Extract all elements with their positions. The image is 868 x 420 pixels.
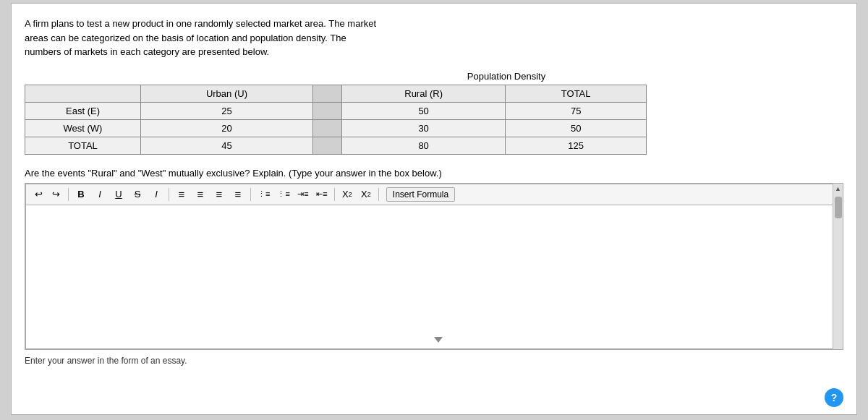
table-title: Population Density	[169, 71, 843, 82]
redo-button[interactable]: ↪	[48, 187, 64, 202]
cell-rural-2: 80	[341, 137, 505, 154]
essay-hint: Enter your answer in the form of an essa…	[25, 356, 843, 366]
editor-toolbar: ↩ ↪ B I U S I ≡ ≡ ≡ ≡ ⋮≡ ⋮≡ ⇥≡ ⇤≡ X2 X2 …	[25, 184, 843, 205]
row-label-1: West (W)	[25, 119, 141, 137]
divider-2	[169, 188, 169, 201]
header-total: TOTAL	[506, 85, 647, 102]
bold-button[interactable]: B	[73, 187, 89, 202]
cell-total-1: 50	[506, 119, 647, 137]
answer-editor[interactable]	[25, 205, 843, 349]
cell-rural-1: 30	[341, 119, 505, 137]
editor-cursor	[434, 337, 443, 343]
insert-formula-button[interactable]: Insert Formula	[386, 187, 455, 202]
align-justify-button[interactable]: ≡	[230, 187, 246, 202]
subscript-button[interactable]: X2	[339, 187, 355, 202]
question-label: Are the events "Rural" and "West" mutual…	[25, 168, 442, 179]
number-list-button[interactable]: ⋮≡	[275, 187, 292, 202]
cell-urban-1: 20	[141, 119, 313, 137]
data-table: Urban (U) Rural (R) TOTAL East (E) 25 50…	[25, 85, 647, 155]
header-rural: Rural (R)	[341, 85, 505, 102]
question-text: Are the events "Rural" and "West" mutual…	[25, 168, 843, 179]
table-row: East (E) 25 50 75	[25, 102, 647, 119]
bullet-list-button[interactable]: ⋮≡	[255, 187, 272, 202]
underline-button[interactable]: U	[111, 187, 127, 202]
cell-spacer-0	[312, 102, 341, 119]
help-button[interactable]: ?	[825, 388, 843, 407]
divider-4	[334, 188, 335, 201]
table-header-row: Urban (U) Rural (R) TOTAL	[25, 85, 647, 102]
italic-clear-button[interactable]: I	[148, 187, 164, 202]
align-left-button[interactable]: ≡	[174, 187, 190, 202]
italic-button[interactable]: I	[92, 187, 108, 202]
align-center-button[interactable]: ≡	[192, 187, 208, 202]
row-label-2: TOTAL	[25, 137, 141, 154]
divider-1	[68, 188, 69, 201]
problem-line1: A firm plans to test a new product in on…	[25, 18, 376, 29]
cell-total-0: 75	[506, 102, 647, 119]
table-section: Population Density Urban (U) Rural (R) T…	[25, 71, 843, 155]
undo-button[interactable]: ↩	[30, 187, 46, 202]
indent-increase-button[interactable]: ⇥≡	[295, 187, 311, 202]
editor-container: ↩ ↪ B I U S I ≡ ≡ ≡ ≡ ⋮≡ ⋮≡ ⇥≡ ⇤≡ X2 X2 …	[25, 183, 843, 350]
cell-urban-2: 45	[141, 137, 313, 154]
scroll-thumb[interactable]	[835, 197, 842, 218]
header-urban: Urban (U)	[141, 85, 313, 102]
problem-line3: numbers of markets in each category are …	[25, 46, 269, 57]
cell-spacer-1	[312, 119, 341, 137]
indent-decrease-button[interactable]: ⇤≡	[314, 187, 330, 202]
table-row: TOTAL 45 80 125	[25, 137, 647, 154]
cell-urban-0: 25	[141, 102, 313, 119]
problem-text: A firm plans to test a new product in on…	[25, 17, 459, 59]
strikethrough-button[interactable]: S	[129, 187, 145, 202]
align-right-button[interactable]: ≡	[211, 187, 227, 202]
superscript-button[interactable]: X2	[358, 187, 374, 202]
undo-redo-group: ↩ ↪	[30, 187, 64, 202]
divider-5	[378, 188, 379, 201]
header-spacer	[312, 85, 341, 102]
row-label-0: East (E)	[25, 102, 141, 119]
scroll-up-arrow[interactable]: ▲	[833, 184, 843, 194]
cell-total-2: 125	[506, 137, 647, 154]
cell-spacer-2	[312, 137, 341, 154]
header-empty	[25, 85, 141, 102]
scrollbar[interactable]: ▲	[833, 184, 843, 349]
problem-line2: areas can be categorized on the basis of…	[25, 33, 346, 43]
divider-3	[250, 188, 251, 201]
cell-rural-0: 50	[341, 102, 505, 119]
page-container: A firm plans to test a new product in on…	[11, 3, 857, 415]
table-row: West (W) 20 30 50	[25, 119, 647, 137]
